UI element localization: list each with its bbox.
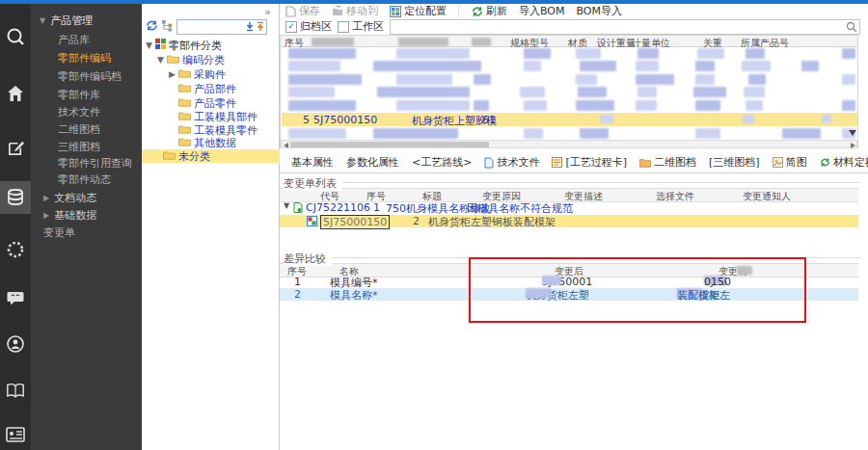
- nav-item-change-order[interactable]: 变更单: [31, 225, 142, 241]
- nav-item-tech-docs[interactable]: 技术文件: [31, 104, 142, 120]
- folder-icon: [178, 111, 191, 123]
- move-to-button[interactable]: 移动到: [332, 4, 378, 18]
- table-row[interactable]: [281, 86, 857, 98]
- nav-group-label: 基础数据: [54, 208, 96, 223]
- tab-label: 参数化属性: [346, 155, 399, 170]
- folder-icon: [163, 150, 176, 163]
- table-row[interactable]: [281, 47, 857, 60]
- folder-icon: [178, 137, 191, 149]
- bom-import-button[interactable]: BOM导入: [577, 4, 623, 18]
- table-row[interactable]: [281, 73, 857, 86]
- scroll-right-icon[interactable]: [851, 143, 855, 148]
- nav-item-label: 零部件编码: [58, 51, 111, 66]
- nav-item-part-activity[interactable]: 零部件动态: [31, 172, 142, 188]
- tab-label: <工艺路线>: [412, 155, 472, 170]
- import-bom-button[interactable]: 导入BOM: [519, 4, 565, 18]
- nav-item-2d-drawings[interactable]: 二维图档: [31, 121, 142, 138]
- process-card-icon: [552, 157, 562, 168]
- nav-group-base-data[interactable]: ▶ 基础数据: [31, 207, 142, 224]
- grid-config-icon: [390, 6, 401, 17]
- tab-3d-drawings[interactable]: [三维图档]: [709, 155, 760, 170]
- cell-title: 机身货柜左塑钢板装配模架: [428, 215, 556, 229]
- nav-item-part-coding-archive[interactable]: 零部件编码档: [31, 68, 142, 85]
- workspace-checkbox[interactable]: 工作区: [338, 19, 384, 34]
- edit-icon[interactable]: [0, 131, 31, 164]
- part-search-input[interactable]: [390, 19, 860, 35]
- material-quota-icon: [820, 157, 830, 168]
- app-logo-icon[interactable]: [0, 21, 31, 54]
- nav-group-product-management[interactable]: ▼ 产品管理: [31, 12, 142, 29]
- tree-structure-icon[interactable]: [161, 19, 174, 35]
- refresh-button[interactable]: 刷新: [472, 4, 507, 18]
- part-doc-icon: [307, 216, 317, 229]
- scrollbar-thumb[interactable]: [290, 142, 489, 147]
- folder-icon: [178, 68, 191, 81]
- cell-before-text2: 装配模架: [677, 288, 719, 303]
- folder-icon: [639, 158, 651, 168]
- loading-spinner-icon[interactable]: [0, 233, 31, 266]
- nav-item-3d-drawings[interactable]: 三维图档: [31, 139, 142, 155]
- chat-icon[interactable]: [0, 281, 31, 314]
- tab-parametric-properties[interactable]: 参数化属性: [346, 155, 399, 170]
- cell-before-text2: 0150: [704, 276, 731, 288]
- save-button[interactable]: 保存: [285, 4, 320, 18]
- nav-group-doc-activity[interactable]: ▶ 文档动态: [31, 190, 142, 206]
- home-icon[interactable]: [0, 77, 31, 110]
- cell-seq: 1: [294, 276, 301, 288]
- document-icon: [484, 157, 494, 169]
- search-icon[interactable]: [846, 21, 857, 36]
- archive-area-checkbox[interactable]: ✓ 归档区: [285, 19, 332, 34]
- cell-code-focused: 5J75000150: [320, 215, 390, 229]
- nav-item-reference-query[interactable]: 零部件引用查询: [31, 155, 142, 172]
- tab-process-route[interactable]: <工艺路线>: [412, 155, 472, 170]
- tree-node-coding[interactable]: ▼ 编码分类: [142, 53, 295, 66]
- table-row[interactable]: [281, 99, 857, 112]
- tree-node-unclassified[interactable]: 未分类: [142, 149, 301, 163]
- section-divider: [339, 182, 860, 183]
- tab-2d-drawings[interactable]: 二维图档: [639, 155, 696, 170]
- tree-refresh-icon[interactable]: [146, 19, 158, 35]
- idcard-icon[interactable]: [0, 418, 31, 450]
- refresh-icon: [472, 6, 483, 17]
- nav-item-label: 零部件编码档: [58, 69, 122, 84]
- nav-item-label: 二维图档: [58, 122, 100, 137]
- tab-sketch[interactable]: 简图: [773, 155, 807, 170]
- tree-root[interactable]: ▼ 零部件分类: [142, 39, 284, 52]
- tree-toolbar: [142, 17, 280, 37]
- folder-icon: [178, 83, 191, 95]
- locate-config-button[interactable]: 定位配置: [390, 4, 447, 18]
- change-order-row[interactable]: ▼ CJ75221106 1 750机身模具名称修改 因模具名称不符合规范: [280, 201, 858, 214]
- locate-next-icon[interactable]: [245, 21, 255, 35]
- tab-tech-docs[interactable]: 技术文件: [484, 155, 539, 170]
- change-order-subrow-selected[interactable]: 5J75000150 2 机身货柜左塑钢板装配模架: [280, 215, 858, 227]
- book-icon[interactable]: [0, 374, 31, 407]
- scroll-down-icon[interactable]: [849, 130, 856, 136]
- locate-prev-icon[interactable]: [256, 21, 265, 35]
- diff-row-selected[interactable]: 2 模具名称* 机身货柜左塑 机身货柜左装配模架: [280, 288, 858, 301]
- parts-table-rows: 5 5J75000150 机身货柜上塑胶模 61: [281, 47, 857, 140]
- nav-item-part-library[interactable]: 零部件库: [31, 87, 142, 103]
- cell-code: 5J75000150: [313, 114, 377, 126]
- tab-process-card[interactable]: [工艺过程卡]: [552, 155, 627, 170]
- selected-part-row[interactable]: 5 5J75000150 机身货柜上塑胶模 61: [282, 113, 857, 126]
- table-row[interactable]: [281, 127, 857, 140]
- horizontal-scrollbar[interactable]: [281, 140, 857, 148]
- diff-row[interactable]: 1 模具编号* 5J750001 5J750150: [280, 276, 858, 288]
- nav-item-part-coding[interactable]: 零部件编码: [31, 50, 142, 66]
- change-doc-icon: [293, 202, 303, 216]
- support-headset-icon[interactable]: [0, 328, 31, 360]
- tab-material-quota[interactable]: 材料定额: [820, 155, 868, 170]
- cell-seq: 5: [303, 114, 310, 126]
- scroll-left-icon[interactable]: [284, 143, 288, 148]
- table-row[interactable]: [281, 60, 857, 72]
- tab-basic-properties[interactable]: 基本属性: [291, 155, 334, 170]
- tree-search-input[interactable]: [176, 19, 267, 35]
- locate-config-label: 定位配置: [404, 4, 447, 18]
- tab-label: 基本属性: [291, 155, 334, 170]
- database-icon[interactable]: [0, 181, 31, 214]
- document-icon: [285, 6, 296, 17]
- filter-row: ✓ 归档区 工作区: [280, 18, 868, 35]
- cell-seq: 2: [294, 288, 301, 301]
- checkbox-unchecked-icon: [338, 21, 349, 33]
- nav-item-product-library[interactable]: 产品库: [31, 32, 142, 48]
